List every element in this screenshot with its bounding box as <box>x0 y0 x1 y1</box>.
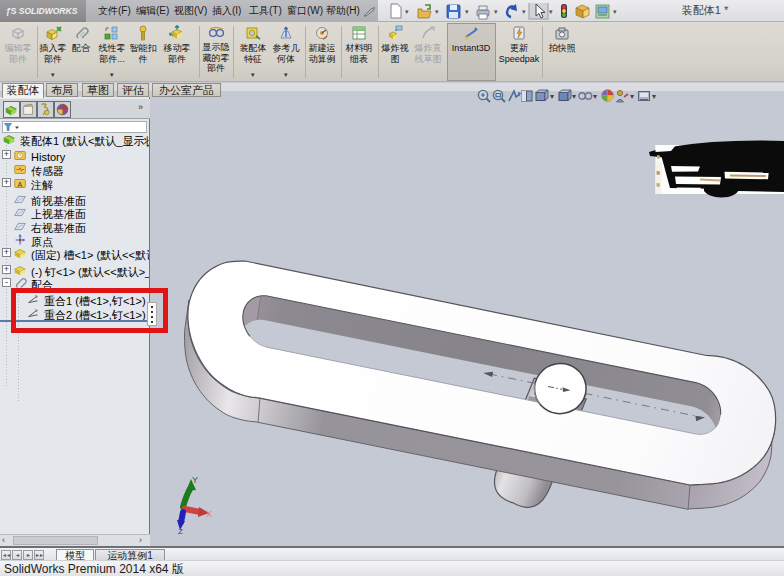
svg-text:▾: ▾ <box>593 92 597 101</box>
svg-text:Z: Z <box>178 527 183 534</box>
svg-text:Y: Y <box>192 475 198 485</box>
svg-text:X: X <box>206 509 212 519</box>
svg-text:▾: ▾ <box>652 92 656 101</box>
svg-text:▾: ▾ <box>630 92 634 101</box>
svg-text:▾: ▾ <box>550 92 554 101</box>
svg-text:A: A <box>17 181 22 188</box>
svg-text:▾: ▾ <box>572 92 576 101</box>
